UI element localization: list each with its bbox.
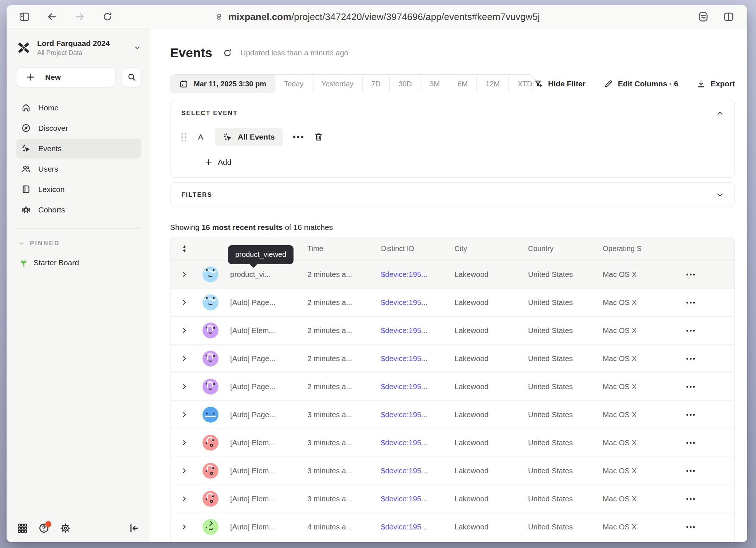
range-yesterday[interactable]: Yesterday xyxy=(312,75,362,93)
column-header[interactable]: Country xyxy=(521,244,595,253)
row-more-button[interactable] xyxy=(685,411,735,419)
expand-row-button[interactable] xyxy=(170,299,198,306)
table-row[interactable]: [Auto] Page...2 minutes a...$device:195.… xyxy=(170,373,735,401)
event-selector[interactable]: All Events xyxy=(215,128,283,146)
hide-filter-button[interactable]: Hide Filter xyxy=(534,79,586,89)
split-view-icon[interactable] xyxy=(723,11,734,22)
distinct-id-link[interactable]: $device:195... xyxy=(374,270,447,279)
chevron-down-icon[interactable] xyxy=(716,191,724,199)
range-30d[interactable]: 30D xyxy=(390,75,421,93)
table-row[interactable]: [Auto] Page...2 minutes a...$device:195.… xyxy=(170,289,735,317)
sidebar-item-events[interactable]: Events xyxy=(16,139,141,158)
range-6m[interactable]: 6M xyxy=(449,75,477,93)
row-more-button[interactable] xyxy=(685,327,735,334)
range-12m[interactable]: 12M xyxy=(477,75,509,93)
refresh-icon[interactable] xyxy=(223,48,232,58)
expand-row-button[interactable] xyxy=(170,467,198,474)
event-selector-label: All Events xyxy=(238,133,275,141)
sidebar-item-home[interactable]: Home xyxy=(16,98,141,118)
row-more-button[interactable] xyxy=(685,495,735,503)
expand-row-button[interactable] xyxy=(170,355,198,362)
column-header[interactable]: Operating S xyxy=(595,244,669,253)
apps-grid-icon[interactable] xyxy=(17,522,28,534)
distinct-id-link[interactable]: $device:195... xyxy=(374,298,447,307)
help-button[interactable] xyxy=(38,522,50,534)
expand-row-button[interactable] xyxy=(170,411,198,418)
expand-row-button[interactable] xyxy=(170,495,198,502)
forward-arrow-icon[interactable] xyxy=(74,11,85,22)
search-button[interactable] xyxy=(122,67,141,87)
trash-icon[interactable] xyxy=(314,132,324,142)
range-today[interactable]: Today xyxy=(275,75,312,93)
os-cell: Mac OS X xyxy=(595,326,669,335)
chevron-down-icon[interactable] xyxy=(133,44,141,52)
gear-icon[interactable] xyxy=(60,522,71,534)
column-header[interactable]: Time xyxy=(300,244,374,253)
expand-row-button[interactable] xyxy=(170,439,198,446)
range-7d[interactable]: 7D xyxy=(363,75,390,93)
distinct-id-link[interactable]: $device:195... xyxy=(374,522,447,531)
sidebar-item-discover[interactable]: Discover xyxy=(16,118,141,138)
sidebar-item-lexicon[interactable]: Lexicon xyxy=(16,180,141,199)
distinct-id-link[interactable]: $device:195... xyxy=(374,438,447,447)
table-row[interactable]: [Auto] Elem...3 minutes a...$device:195.… xyxy=(170,429,735,457)
row-more-button[interactable] xyxy=(685,383,735,391)
row-more-button[interactable] xyxy=(685,467,735,475)
distinct-id-link[interactable]: $device:195... xyxy=(374,382,447,391)
pinned-item[interactable]: Starter Board xyxy=(16,258,141,268)
expand-row-button[interactable] xyxy=(170,523,198,531)
edit-columns-button[interactable]: Edit Columns · 6 xyxy=(604,79,678,89)
sidebar-toggle-icon[interactable] xyxy=(19,11,30,22)
new-button[interactable]: New xyxy=(16,67,116,87)
expand-row-button[interactable] xyxy=(170,383,198,390)
page-settings-icon[interactable] xyxy=(698,11,709,22)
row-more-button[interactable] xyxy=(685,439,735,447)
notification-badge xyxy=(45,521,51,527)
sidebar-item-users[interactable]: Users xyxy=(16,159,141,179)
back-arrow-icon[interactable] xyxy=(47,11,58,22)
time-cell: 3 minutes a... xyxy=(300,410,374,419)
expand-row-button[interactable] xyxy=(170,327,198,334)
distinct-id-link[interactable]: $device:195... xyxy=(374,354,447,363)
row-more-button[interactable] xyxy=(685,299,735,306)
column-header[interactable]: City xyxy=(447,244,521,253)
distinct-id-link[interactable]: $device:195... xyxy=(374,410,447,419)
distinct-id-link[interactable]: $device:195... xyxy=(374,494,447,503)
table-row[interactable]: [Auto] Elem...4 minutes a...$device:195.… xyxy=(170,541,735,542)
row-more-button[interactable] xyxy=(685,271,735,278)
add-event-button[interactable]: Add xyxy=(205,158,724,167)
project-switcher[interactable]: Lord Farquaad 2024 All Project Data xyxy=(16,39,141,57)
event-options-button[interactable] xyxy=(291,133,306,141)
reload-icon[interactable] xyxy=(102,11,113,22)
table-body: product_vi...2 minutes a...$device:195..… xyxy=(170,261,735,542)
row-more-button[interactable] xyxy=(685,355,735,363)
collapse-all-rows-button[interactable] xyxy=(170,244,198,254)
column-header[interactable]: Distinct ID xyxy=(374,244,447,253)
datetime-picker[interactable]: Mar 11, 2025 3:30 pm xyxy=(170,75,275,93)
time-cell: 2 minutes a... xyxy=(300,382,374,391)
distinct-id-link[interactable]: $device:195... xyxy=(374,466,447,475)
table-row[interactable]: [Auto] Page...2 minutes a...$device:195.… xyxy=(170,345,735,373)
row-more-button[interactable] xyxy=(685,523,735,531)
sidebar-item-cohorts[interactable]: Cohorts xyxy=(16,200,141,220)
address-bar[interactable]: mixpanel.com/project/3472420/view/397469… xyxy=(214,11,540,22)
chevron-up-icon[interactable] xyxy=(716,109,724,118)
range-xtd[interactable]: XTD xyxy=(509,75,534,93)
event-avatar xyxy=(198,351,223,367)
project-subtitle: All Project Data xyxy=(37,49,110,57)
range-3m[interactable]: 3M xyxy=(421,75,449,93)
table-row[interactable]: [Auto] Elem...2 minutes a...$device:195.… xyxy=(170,317,735,345)
distinct-id-link[interactable]: $device:195... xyxy=(374,326,447,335)
drag-handle[interactable] xyxy=(181,133,186,141)
pinned-section-header[interactable]: PINNED xyxy=(16,240,141,247)
table-row[interactable]: [Auto] Elem...3 minutes a...$device:195.… xyxy=(170,457,735,485)
expand-row-button[interactable] xyxy=(170,271,198,278)
collapse-sidebar-icon[interactable] xyxy=(129,522,140,534)
table-row[interactable]: [Auto] Elem...3 minutes a...$device:195.… xyxy=(170,485,735,513)
os-cell: Mac OS X xyxy=(595,298,669,307)
table-row[interactable]: [Auto] Page...3 minutes a...$device:195.… xyxy=(170,401,735,429)
table-row[interactable]: [Auto] Elem...4 minutes a...$device:195.… xyxy=(170,513,735,541)
country-cell: United States xyxy=(521,438,595,447)
range-label: 12M xyxy=(485,80,500,88)
export-button[interactable]: Export xyxy=(696,79,735,89)
